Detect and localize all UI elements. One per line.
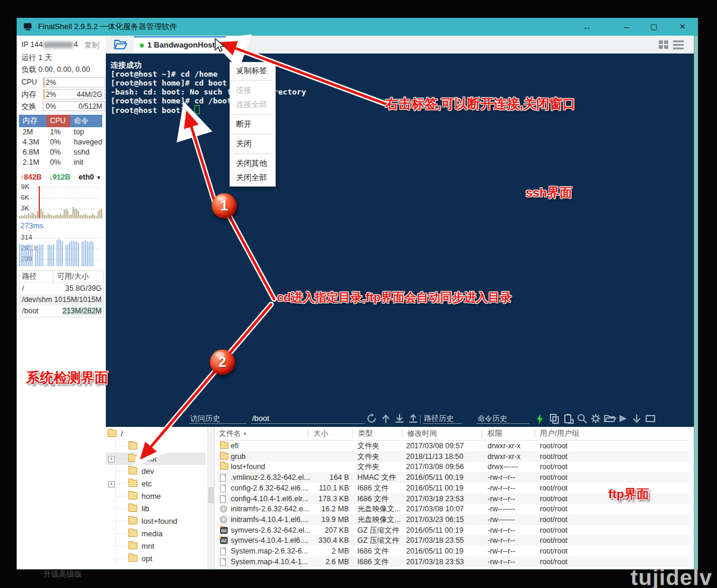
menu-item-9[interactable]: 关闭其他 (230, 156, 275, 171)
tree-item-lib[interactable]: lib (106, 502, 206, 515)
menu-item-0[interactable]: 复制标签 (230, 64, 275, 78)
file-cell-owner: root/root (540, 525, 568, 536)
load-average: 负载 0.00, 0.00, 0.00 (21, 65, 90, 75)
menu-item-10[interactable]: 关闭全部 (230, 171, 275, 185)
folder-icon (128, 542, 137, 549)
file-row-grub[interactable]: grub文件夹2018/11/13 18:50drwxr-xr-xroot/ro… (217, 451, 688, 462)
file-cell-name: lost+found (231, 461, 265, 472)
settings-icon[interactable] (590, 413, 602, 424)
tree-item-etc[interactable]: +etc (106, 477, 206, 490)
tree-item-label: dev (141, 465, 154, 477)
file-row-initramfs-4.10.4-1.el6....[interactable]: initramfs-4.10.4-1.el6....19.9 MB光盘映像文..… (217, 514, 688, 525)
maximize-button[interactable]: ▢ (644, 18, 664, 36)
gauge-value-box: 2% (43, 77, 105, 87)
title-bar[interactable]: FinalShell 2.9.5.2 一体化服务器管理软件 ↔ – ▢ × (17, 18, 698, 36)
app-icon (24, 23, 33, 31)
tree-item-label: lost+found (141, 515, 177, 527)
interface-selector[interactable]: eth0 ▼ (78, 173, 101, 181)
file-cell-type: I686 文件 (357, 483, 389, 493)
file-row-System.map-4.10.4-1...[interactable]: System.map-4.10.4-1...2.6 MBI686 文件2017/… (217, 556, 688, 567)
path-input[interactable]: /boot (252, 414, 269, 423)
lightning-icon[interactable] (535, 413, 547, 424)
column-header-1[interactable]: 大小 (313, 429, 328, 439)
server-ip: IP 1444 (21, 40, 78, 49)
system-monitor-sidebar: IP 1444 复制 运行 1 天 负载 0.00, 0.00, 0.00 CP… (17, 36, 106, 569)
file-row-initramfs-2.6.32-642.e...[interactable]: initramfs-2.6.32-642.e...16.2 MB光盘映像文...… (217, 504, 688, 514)
path-history-field[interactable]: 路径历史 (424, 414, 454, 424)
gauge-label: 内存 (21, 90, 36, 100)
file-row-symvers-4.10.4-1.el6....[interactable]: GZsymvers-4.10.4-1.el6....330.4 KBGZ 压缩文… (217, 535, 688, 546)
folder-icon (220, 442, 228, 449)
file-list-header[interactable]: 文件名▲大小类型修改时间权限用户/用户组 (217, 427, 688, 441)
process-cell: 6.8M (19, 147, 46, 158)
column-header-3[interactable]: 修改时间 (407, 429, 437, 439)
visit-history-field[interactable]: 访问历史 (190, 414, 220, 424)
tree-item-media[interactable]: media (106, 527, 206, 540)
file-cell-owner: root/root (540, 441, 568, 451)
tree-item-root[interactable]: / (106, 427, 206, 440)
grid-view-icon[interactable] (659, 40, 668, 49)
tree-item-home[interactable]: home (106, 490, 206, 502)
process-table: 内存CPU命令2M1%top4.3M0%haveged6.8M0%sshd2.1… (19, 115, 102, 168)
list-view-icon[interactable] (673, 40, 684, 49)
window-icon[interactable] (644, 413, 656, 424)
file-cell-owner: root/root (540, 556, 568, 567)
annotation-tab-tip: 右击标签,可以断开连接,关闭窗口 (385, 95, 576, 113)
upload-rate: ↑842B (20, 173, 42, 181)
file-row-efi[interactable]: efi文件夹2017/03/08 09:57drwxr-xr-xroot/roo… (217, 441, 688, 451)
file-cell-perm: -rw------- (488, 504, 515, 514)
arrow-down-icon[interactable] (631, 413, 643, 424)
column-header-0[interactable]: 文件名 (219, 429, 241, 439)
folder-icon (220, 463, 228, 470)
minimize-button[interactable]: – (617, 18, 637, 36)
gauge-percent: 2% (46, 90, 56, 99)
network-header: ↑842B↓912Beth0 ▼ (20, 173, 101, 181)
expander-icon[interactable]: + (108, 456, 115, 463)
file-row-.vmlinuz-2.6.32-642.el...[interactable]: .vmlinuz-2.6.32-642.el...164 BHMAC 文件201… (217, 472, 688, 483)
file-cell-perm: drwx------ (488, 461, 518, 472)
file-row-System.map-2.6.32-6...[interactable]: System.map-2.6.32-6...2 MBI686 文件2016/05… (217, 546, 688, 556)
column-header-2[interactable]: 类型 (358, 429, 373, 439)
tree-scrollbar[interactable] (207, 427, 214, 569)
command-history-field[interactable]: 命令历史 (477, 414, 507, 424)
file-cell-type: 文件夹 (357, 451, 380, 462)
open-connection-folder-icon[interactable] (113, 38, 128, 51)
tab-bandwagonhost[interactable]: 1 BandwagonHost (134, 36, 226, 54)
tree-scrollbar-thumb[interactable] (209, 488, 213, 503)
go-up-icon[interactable] (380, 413, 392, 424)
tree-item-boot[interactable]: +boot (106, 452, 206, 465)
column-header-5[interactable]: 用户/用户组 (540, 429, 579, 439)
paste-icon[interactable] (562, 413, 574, 424)
upload-icon[interactable] (407, 413, 419, 424)
expander-icon[interactable]: + (108, 481, 115, 488)
tree-item-bin[interactable]: bin (106, 440, 206, 452)
copy-icon[interactable] (549, 413, 561, 424)
process-cell: 2M (19, 127, 46, 137)
menu-item-5[interactable]: 断开 (230, 117, 275, 131)
file-cell-type: I686 文件 (357, 493, 389, 504)
screenshot-stage: FinalShell 2.9.5.2 一体化服务器管理软件 ↔ – ▢ × IP… (0, 0, 717, 588)
search-icon[interactable] (576, 413, 588, 424)
tree-item-opt[interactable]: opt (106, 552, 206, 565)
file-cell-perm: -rw------- (488, 514, 515, 525)
run-icon[interactable] (617, 413, 629, 424)
tree-item-mnt[interactable]: mnt (106, 540, 206, 552)
file-cell-type: GZ 压缩文件 (357, 535, 400, 546)
menu-item-7[interactable]: 关闭 (230, 137, 275, 151)
connected-dot-icon (140, 43, 144, 48)
ip-masked (43, 42, 73, 48)
tree-item-lost+found[interactable]: lost+found (106, 515, 206, 527)
refresh-icon[interactable] (366, 413, 378, 424)
open-folder-icon[interactable] (603, 413, 615, 424)
window-title: FinalShell 2.9.5.2 一体化服务器管理软件 (38, 21, 177, 32)
column-header-4[interactable]: 权限 (488, 429, 502, 439)
download-icon[interactable] (394, 413, 405, 424)
tree-item-dev[interactable]: dev (106, 465, 206, 477)
close-button[interactable]: × (672, 18, 693, 36)
file-row-lost+found[interactable]: lost+found文件夹2017/03/08 09:56drwx------r… (217, 461, 688, 472)
upgrade-link[interactable]: 升级高级版 (43, 569, 82, 580)
copy-ip-button[interactable]: 复制 (84, 40, 99, 51)
file-cell-type: HMAC 文件 (357, 472, 396, 483)
tree-root-label: / (121, 427, 123, 440)
file-row-symvers-2.6.32-642.el...[interactable]: GZsymvers-2.6.32-642.el...207 KBGZ 压缩文件2… (217, 525, 688, 536)
